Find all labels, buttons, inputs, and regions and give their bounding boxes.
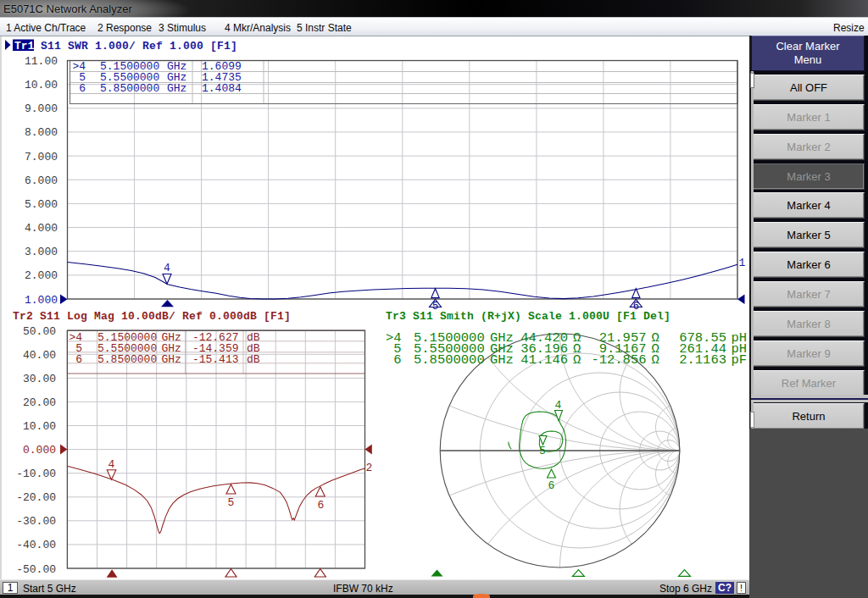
svg-text:Tr3 S11 Smith (R+jX) Scale 1.0: Tr3 S11 Smith (R+jX) Scale 1.000U [F1 De… [386,310,670,323]
svg-text:-12.856: -12.856 [591,352,646,368]
svg-text:1.000: 1.000 [25,294,58,307]
svg-text:40.00: 40.00 [23,349,56,362]
svg-text:6: 6 [79,82,86,95]
svg-text:4.000: 4.000 [25,222,58,235]
svg-text:4: 4 [108,458,115,471]
svg-text:1: 1 [739,257,746,269]
svg-text:7.000: 7.000 [25,151,58,163]
svg-text:6: 6 [75,353,82,366]
svg-text:-50.00: -50.00 [16,563,56,576]
svg-text:Ω: Ω [652,352,659,368]
svg-text:11.00: 11.00 [25,55,58,68]
svg-text:6: 6 [393,352,401,368]
svg-text:-20.00: -20.00 [16,491,56,504]
svg-text:S11 SWR 1.000/ Ref 1.000 [F1]: S11 SWR 1.000/ Ref 1.000 [F1] [41,40,237,53]
svg-text:Tr1: Tr1 [14,40,35,53]
svg-text:5.8500000: 5.8500000 [100,82,159,95]
svg-text:dB: dB [247,353,260,366]
svg-text:5.000: 5.000 [25,198,58,211]
svg-text:4: 4 [555,399,562,412]
svg-text:4: 4 [164,262,170,274]
svg-text:6: 6 [317,499,324,512]
svg-text:10.00: 10.00 [25,79,58,91]
svg-text:-40.00: -40.00 [16,539,56,551]
svg-text:-10.00: -10.00 [16,468,56,480]
svg-text:2: 2 [366,462,373,474]
svg-text:2.1163: 2.1163 [679,352,726,368]
svg-text:5.8500000: 5.8500000 [97,353,157,366]
svg-text:8.000: 8.000 [25,126,58,139]
svg-text:20.00: 20.00 [23,396,56,409]
svg-text:6.000: 6.000 [25,174,58,187]
svg-text:pF: pF [732,352,748,368]
svg-text:0.000: 0.000 [23,444,56,457]
svg-text:GHz: GHz [490,352,514,368]
svg-text:-30.00: -30.00 [16,515,56,528]
svg-text:1.4084: 1.4084 [202,82,242,95]
svg-text:Ω: Ω [573,352,581,368]
svg-text:5.8500000: 5.8500000 [414,352,485,368]
svg-text:Tr2 S11 Log Mag 10.00dB/ Ref 0: Tr2 S11 Log Mag 10.00dB/ Ref 0.000dB [F1… [13,310,291,323]
svg-text:GHz: GHz [167,82,186,95]
svg-text:5: 5 [228,496,235,509]
svg-text:-15.413: -15.413 [192,353,239,366]
svg-text:9.000: 9.000 [25,102,58,115]
svg-text:GHz: GHz [162,353,181,366]
svg-text:3.000: 3.000 [25,246,58,258]
svg-text:50.00: 50.00 [23,325,56,338]
svg-text:2.000: 2.000 [25,269,58,282]
svg-text:30.00: 30.00 [23,373,56,385]
svg-text:6: 6 [548,479,555,492]
svg-text:10.00: 10.00 [23,420,56,433]
svg-text:41.146: 41.146 [520,352,568,368]
svg-text:5: 5 [539,445,546,457]
